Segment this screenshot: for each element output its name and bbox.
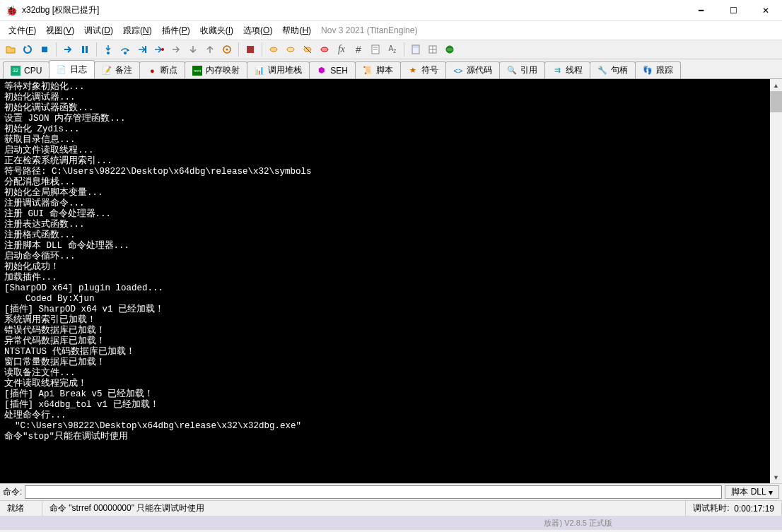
scroll-down-icon[interactable]: ▼: [770, 471, 782, 483]
menu-options[interactable]: 选项(O): [239, 23, 276, 39]
tracetab-icon: 👣: [643, 66, 653, 76]
svg-point-6: [161, 48, 164, 51]
menu-help[interactable]: 帮助(H): [278, 23, 315, 39]
tab-notes[interactable]: 📝备注: [94, 61, 140, 78]
source-icon: <>: [453, 66, 463, 76]
window-buttons: ━ ☐ ✕: [684, 0, 782, 21]
tab-breakpoints[interactable]: ●断点: [139, 61, 185, 78]
tab-callstack[interactable]: 📊调用堆栈: [247, 61, 310, 78]
scroll-thumb[interactable]: [770, 91, 782, 112]
az-icon[interactable]: Az: [385, 42, 400, 57]
log-view: 等待对象初始化... 初始化调试器... 初始化调试器函数... 设置 JSON…: [0, 79, 782, 483]
memmap-icon: mm: [192, 66, 202, 76]
minimize-button[interactable]: ━: [684, 0, 717, 21]
patch-icon-1[interactable]: [243, 42, 258, 57]
symbols-icon: ★: [408, 66, 418, 76]
tab-trace[interactable]: 👣跟踪: [635, 61, 681, 78]
scripttab-icon: 📜: [363, 66, 373, 76]
command-bar: 命令: 脚本 DLL ▾: [0, 483, 782, 500]
svg-rect-9: [247, 46, 254, 53]
patch-icon-4[interactable]: [300, 42, 315, 57]
ref-icon: 🔍: [507, 66, 517, 76]
step-over-icon[interactable]: [117, 42, 133, 57]
grid-icon[interactable]: [425, 42, 440, 57]
script-icon[interactable]: [368, 42, 383, 57]
fx-icon[interactable]: fx: [334, 42, 349, 57]
doc-icon: 📄: [57, 65, 66, 75]
svg-rect-0: [42, 47, 47, 52]
log-text[interactable]: 等待对象初始化... 初始化调试器... 初始化调试器函数... 设置 JSON…: [0, 79, 782, 445]
run-icon[interactable]: [60, 42, 76, 57]
trace-into-icon[interactable]: [168, 42, 184, 57]
svg-point-10: [270, 47, 277, 52]
menu-debug[interactable]: 调试(D): [80, 23, 117, 39]
step-out-icon[interactable]: [134, 42, 150, 57]
tab-cpu[interactable]: 32CPU: [3, 61, 49, 78]
maximize-button[interactable]: ☐: [717, 0, 749, 21]
tab-threads[interactable]: ⇉线程: [544, 61, 590, 78]
tab-log[interactable]: 📄日志: [49, 60, 95, 78]
menu-view[interactable]: 视图(V): [42, 23, 78, 39]
menu-bar: 文件(F) 视图(V) 调试(D) 跟踪(N) 插件(P) 收藏夹(I) 选项(…: [0, 21, 782, 40]
svg-rect-5: [145, 46, 146, 53]
title-bar: 🐞 x32dbg [权限已提升] ━ ☐ ✕: [0, 0, 782, 21]
menu-favorites[interactable]: 收藏夹(I): [196, 23, 238, 39]
patch-icon-2[interactable]: [266, 42, 281, 57]
status-ready: 就绪: [0, 501, 42, 516]
svg-rect-1: [82, 46, 84, 53]
calculator-icon[interactable]: [408, 42, 424, 57]
tab-memmap[interactable]: mm内存映射: [185, 61, 247, 78]
pause-icon[interactable]: [77, 42, 93, 57]
threads-icon: ⇉: [552, 66, 562, 76]
goto-icon[interactable]: [219, 42, 235, 57]
build-info: Nov 3 2021 (TitanEngine): [321, 25, 417, 35]
tab-bar: 32CPU 📄日志 📝备注 ●断点 mm内存映射 📊调用堆栈 ⬢SEH 📜脚本 …: [0, 59, 782, 79]
note-icon: 📝: [102, 66, 112, 76]
status-bar: 就绪 命令 "strref 00000000" 只能在调试时使用 调试耗时: 0…: [0, 500, 782, 516]
status-time: 调试耗时: 0:00:17:19: [686, 501, 782, 516]
patch-icon-5[interactable]: [317, 42, 332, 57]
command-label: 命令:: [3, 486, 22, 498]
globe-icon[interactable]: [442, 42, 457, 57]
svg-point-14: [321, 47, 328, 52]
svg-point-4: [124, 52, 127, 54]
tab-script[interactable]: 📜脚本: [355, 61, 401, 78]
stop-icon[interactable]: [37, 42, 52, 57]
status-message: 命令 "strref 00000000" 只能在调试时使用: [42, 501, 686, 516]
background-footer: 放器) V2.8.5 正式版: [0, 516, 782, 530]
vertical-scrollbar[interactable]: ▲ ▼: [770, 79, 782, 483]
svg-point-8: [226, 49, 228, 51]
tab-handles[interactable]: 🔧句柄: [590, 61, 636, 78]
script-dll-dropdown[interactable]: 脚本 DLL ▾: [725, 485, 779, 499]
callstack-icon: 📊: [255, 66, 264, 76]
menu-plugins[interactable]: 插件(P): [158, 23, 194, 39]
open-icon[interactable]: [3, 42, 18, 57]
chevron-down-icon: ▾: [769, 487, 773, 497]
close-button[interactable]: ✕: [749, 0, 782, 21]
trace-over-icon[interactable]: [185, 42, 201, 57]
step-into-icon[interactable]: [100, 42, 116, 57]
cpu-icon: 32: [11, 66, 21, 76]
seh-icon: ⬢: [317, 66, 327, 76]
menu-file[interactable]: 文件(F): [4, 23, 40, 39]
tab-symbols[interactable]: ★符号: [400, 61, 446, 78]
toolbar: fx # Az: [0, 40, 782, 59]
app-icon: 🐞: [6, 5, 18, 16]
handles-icon: 🔧: [597, 66, 607, 76]
command-input[interactable]: [25, 485, 722, 499]
tab-seh[interactable]: ⬢SEH: [309, 61, 356, 78]
svg-rect-2: [86, 46, 88, 53]
svg-point-11: [287, 47, 294, 52]
hash-icon[interactable]: #: [351, 42, 366, 57]
svg-point-3: [107, 52, 110, 54]
patch-icon-3[interactable]: [283, 42, 298, 57]
tab-source[interactable]: <>源代码: [445, 61, 500, 78]
restart-icon[interactable]: [20, 42, 35, 57]
tab-references[interactable]: 🔍引用: [499, 61, 545, 78]
menu-trace[interactable]: 跟踪(N): [119, 23, 156, 39]
scroll-up-icon[interactable]: ▲: [770, 79, 782, 91]
breakpoint-icon: ●: [147, 66, 157, 76]
svg-rect-19: [413, 46, 419, 48]
run-to-icon[interactable]: [151, 42, 167, 57]
trace-up-icon[interactable]: [202, 42, 218, 57]
